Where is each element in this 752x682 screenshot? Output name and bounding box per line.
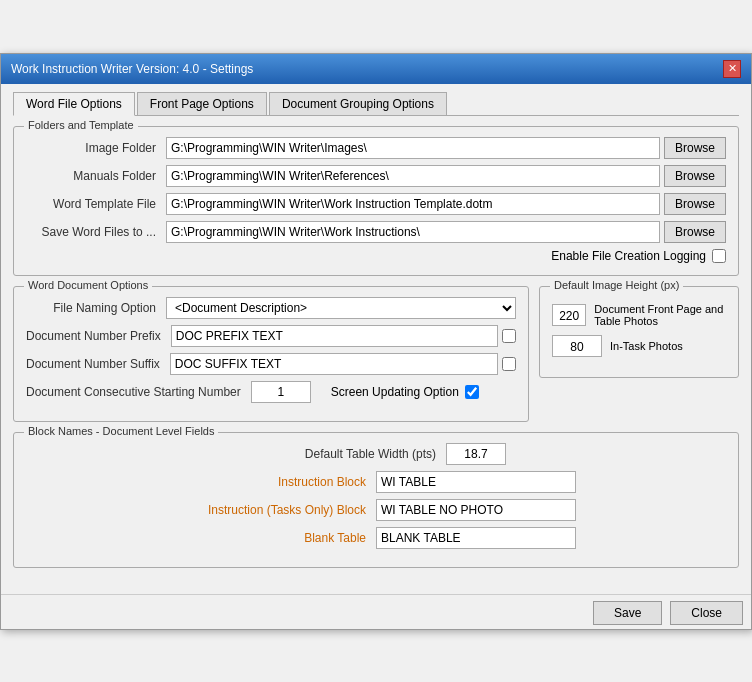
word-doc-options-column: Word Document Options File Naming Option… [13, 286, 529, 432]
tab-document-grouping-options[interactable]: Document Grouping Options [269, 92, 447, 115]
image-height-desc-0: Document Front Page and Table Photos [594, 303, 726, 327]
image-height-val-1: 80 [552, 335, 602, 357]
close-button[interactable]: ✕ [723, 60, 741, 78]
consecutive-label: Document Consecutive Starting Number [26, 385, 251, 399]
doc-prefix-input[interactable] [171, 325, 498, 347]
close-button-footer[interactable]: Close [670, 601, 743, 625]
consecutive-input[interactable] [251, 381, 311, 403]
image-height-row-0: 220 Document Front Page and Table Photos [552, 303, 726, 327]
consecutive-left [251, 381, 311, 403]
doc-prefix-label: Document Number Prefix [26, 329, 171, 343]
image-folder-label: Image Folder [26, 141, 166, 155]
image-height-label: Default Image Height (px) [550, 279, 683, 291]
save-word-files-label: Save Word Files to ... [26, 225, 166, 239]
window-title: Work Instruction Writer Version: 4.0 - S… [11, 62, 253, 76]
tab-word-file-options[interactable]: Word File Options [13, 92, 135, 116]
table-width-row: Default Table Width (pts) [26, 443, 726, 465]
word-doc-options-label: Word Document Options [24, 279, 152, 291]
file-naming-row: File Naming Option <Document Description… [26, 297, 516, 319]
table-width-input[interactable] [446, 443, 506, 465]
doc-prefix-checkbox[interactable] [502, 329, 516, 343]
save-button[interactable]: Save [593, 601, 662, 625]
manuals-folder-row: Manuals Folder Browse [26, 165, 726, 187]
title-bar: Work Instruction Writer Version: 4.0 - S… [1, 54, 751, 84]
save-word-files-row: Save Word Files to ... Browse [26, 221, 726, 243]
screen-update-container: Screen Updating Option [331, 385, 479, 399]
middle-area: Word Document Options File Naming Option… [13, 286, 739, 432]
image-folder-browse[interactable]: Browse [664, 137, 726, 159]
block-names-label: Block Names - Document Level Fields [24, 425, 218, 437]
image-height-row-1: 80 In-Task Photos [552, 335, 726, 357]
folders-group-label: Folders and Template [24, 119, 138, 131]
save-word-files-browse[interactable]: Browse [664, 221, 726, 243]
screen-updating-checkbox[interactable] [465, 385, 479, 399]
folders-template-group: Folders and Template Image Folder Browse… [13, 126, 739, 276]
main-window: Work Instruction Writer Version: 4.0 - S… [0, 53, 752, 630]
doc-suffix-input[interactable] [170, 353, 498, 375]
doc-suffix-checkbox[interactable] [502, 357, 516, 371]
manuals-folder-label: Manuals Folder [26, 169, 166, 183]
instruction-block-row: Instruction Block [26, 471, 726, 493]
image-height-val-0: 220 [552, 304, 586, 326]
content-area: Word File Options Front Page Options Doc… [1, 84, 751, 590]
file-naming-label: File Naming Option [26, 301, 166, 315]
instruction-block-input[interactable] [376, 471, 576, 493]
tab-front-page-options[interactable]: Front Page Options [137, 92, 267, 115]
logging-label: Enable File Creation Logging [551, 249, 706, 263]
tab-bar: Word File Options Front Page Options Doc… [13, 92, 739, 116]
image-folder-input[interactable] [166, 137, 660, 159]
manuals-folder-input[interactable] [166, 165, 660, 187]
image-height-desc-1: In-Task Photos [610, 340, 683, 352]
save-word-files-input[interactable] [166, 221, 660, 243]
screen-updating-label: Screen Updating Option [331, 385, 459, 399]
word-doc-options-group: Word Document Options File Naming Option… [13, 286, 529, 422]
word-template-browse[interactable]: Browse [664, 193, 726, 215]
doc-suffix-row: Document Number Suffix [26, 353, 516, 375]
logging-checkbox[interactable] [712, 249, 726, 263]
manuals-folder-browse[interactable]: Browse [664, 165, 726, 187]
word-template-label: Word Template File [26, 197, 166, 211]
block-names-group: Block Names - Document Level Fields Defa… [13, 432, 739, 568]
instruction-tasks-row: Instruction (Tasks Only) Block [26, 499, 726, 521]
table-width-label: Default Table Width (pts) [246, 447, 446, 461]
instruction-tasks-input[interactable] [376, 499, 576, 521]
footer-buttons: Save Close [1, 594, 751, 629]
image-height-column: Default Image Height (px) 220 Document F… [539, 286, 739, 432]
image-height-group: Default Image Height (px) 220 Document F… [539, 286, 739, 378]
doc-prefix-row: Document Number Prefix [26, 325, 516, 347]
instruction-tasks-label: Instruction (Tasks Only) Block [176, 503, 376, 517]
doc-suffix-label: Document Number Suffix [26, 357, 170, 371]
logging-row: Enable File Creation Logging [26, 249, 726, 263]
instruction-block-label: Instruction Block [176, 475, 376, 489]
blank-table-input[interactable] [376, 527, 576, 549]
blank-table-row: Blank Table [26, 527, 726, 549]
word-template-input[interactable] [166, 193, 660, 215]
word-template-row: Word Template File Browse [26, 193, 726, 215]
blank-table-label: Blank Table [176, 531, 376, 545]
consecutive-row: Document Consecutive Starting Number Scr… [26, 381, 516, 403]
image-folder-row: Image Folder Browse [26, 137, 726, 159]
file-naming-select[interactable]: <Document Description><Document Number><… [166, 297, 516, 319]
